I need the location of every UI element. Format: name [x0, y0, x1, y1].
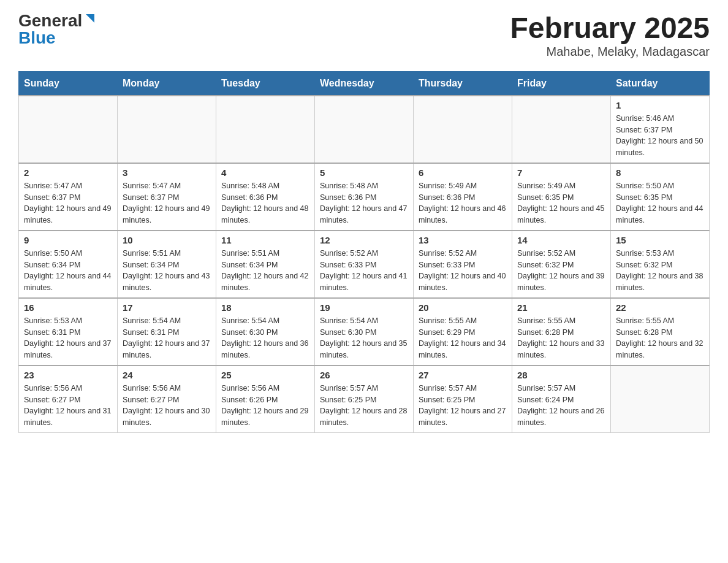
day-info: Sunrise: 5:57 AM Sunset: 6:25 PM Dayligh… [320, 383, 408, 429]
day-number: 19 [320, 302, 408, 313]
day-number: 25 [221, 370, 309, 380]
header-thursday: Thursday [414, 71, 512, 96]
day-number: 22 [616, 302, 704, 313]
calendar-cell [315, 96, 414, 163]
day-number: 7 [517, 167, 605, 178]
calendar-cell [118, 96, 216, 163]
header-sunday: Sunday [19, 71, 118, 96]
header-saturday: Saturday [611, 71, 710, 96]
day-number: 11 [221, 235, 309, 245]
calendar-cell: 13Sunrise: 5:52 AM Sunset: 6:33 PM Dayli… [414, 231, 512, 298]
day-info: Sunrise: 5:49 AM Sunset: 6:36 PM Dayligh… [419, 180, 507, 226]
calendar-cell: 22Sunrise: 5:55 AM Sunset: 6:28 PM Dayli… [611, 298, 710, 366]
page-header: General Blue February 2025 Mahabe, Melak… [18, 12, 710, 59]
logo-arrow-icon [83, 13, 97, 26]
calendar-cell: 8Sunrise: 5:50 AM Sunset: 6:35 PM Daylig… [611, 163, 710, 231]
day-number: 17 [123, 302, 211, 313]
day-info: Sunrise: 5:57 AM Sunset: 6:24 PM Dayligh… [517, 383, 605, 429]
day-number: 15 [616, 235, 704, 245]
day-number: 12 [320, 235, 408, 245]
day-info: Sunrise: 5:50 AM Sunset: 6:34 PM Dayligh… [24, 248, 112, 294]
day-info: Sunrise: 5:47 AM Sunset: 6:37 PM Dayligh… [123, 180, 211, 226]
header-tuesday: Tuesday [216, 71, 315, 96]
calendar-cell: 2Sunrise: 5:47 AM Sunset: 6:37 PM Daylig… [19, 163, 118, 231]
calendar-cell: 4Sunrise: 5:48 AM Sunset: 6:36 PM Daylig… [216, 163, 315, 231]
calendar-cell: 28Sunrise: 5:57 AM Sunset: 6:24 PM Dayli… [512, 366, 611, 433]
calendar-cell [611, 366, 710, 433]
day-info: Sunrise: 5:50 AM Sunset: 6:35 PM Dayligh… [616, 180, 704, 226]
day-info: Sunrise: 5:51 AM Sunset: 6:34 PM Dayligh… [123, 248, 211, 294]
day-info: Sunrise: 5:52 AM Sunset: 6:33 PM Dayligh… [320, 248, 408, 294]
day-info: Sunrise: 5:47 AM Sunset: 6:37 PM Dayligh… [24, 180, 112, 226]
calendar-cell: 21Sunrise: 5:55 AM Sunset: 6:28 PM Dayli… [512, 298, 611, 366]
calendar-cell: 5Sunrise: 5:48 AM Sunset: 6:36 PM Daylig… [315, 163, 414, 231]
day-number: 6 [419, 167, 507, 178]
calendar-header-row: SundayMondayTuesdayWednesdayThursdayFrid… [19, 71, 710, 96]
calendar-cell: 11Sunrise: 5:51 AM Sunset: 6:34 PM Dayli… [216, 231, 315, 298]
day-info: Sunrise: 5:53 AM Sunset: 6:31 PM Dayligh… [24, 315, 112, 361]
calendar-cell: 12Sunrise: 5:52 AM Sunset: 6:33 PM Dayli… [315, 231, 414, 298]
calendar-week-row: 2Sunrise: 5:47 AM Sunset: 6:37 PM Daylig… [19, 163, 710, 231]
day-number: 26 [320, 370, 408, 380]
day-info: Sunrise: 5:55 AM Sunset: 6:28 PM Dayligh… [517, 315, 605, 361]
calendar-cell [512, 96, 611, 163]
day-number: 2 [24, 167, 112, 178]
day-number: 8 [616, 167, 704, 178]
page-title: February 2025 [510, 12, 710, 45]
logo-blue-text: Blue [18, 29, 56, 47]
day-info: Sunrise: 5:54 AM Sunset: 6:30 PM Dayligh… [320, 315, 408, 361]
day-info: Sunrise: 5:51 AM Sunset: 6:34 PM Dayligh… [221, 248, 309, 294]
calendar-cell [216, 96, 315, 163]
day-info: Sunrise: 5:48 AM Sunset: 6:36 PM Dayligh… [221, 180, 309, 226]
calendar-cell: 14Sunrise: 5:52 AM Sunset: 6:32 PM Dayli… [512, 231, 611, 298]
calendar-cell: 26Sunrise: 5:57 AM Sunset: 6:25 PM Dayli… [315, 366, 414, 433]
day-number: 5 [320, 167, 408, 178]
day-info: Sunrise: 5:56 AM Sunset: 6:27 PM Dayligh… [24, 383, 112, 429]
calendar-week-row: 23Sunrise: 5:56 AM Sunset: 6:27 PM Dayli… [19, 366, 710, 433]
logo-general-text: General [18, 12, 82, 29]
svg-marker-0 [86, 14, 94, 23]
day-number: 20 [419, 302, 507, 313]
calendar-cell: 23Sunrise: 5:56 AM Sunset: 6:27 PM Dayli… [19, 366, 118, 433]
day-info: Sunrise: 5:46 AM Sunset: 6:37 PM Dayligh… [616, 113, 704, 159]
day-info: Sunrise: 5:55 AM Sunset: 6:28 PM Dayligh… [616, 315, 704, 361]
calendar-cell: 16Sunrise: 5:53 AM Sunset: 6:31 PM Dayli… [19, 298, 118, 366]
day-number: 21 [517, 302, 605, 313]
calendar-cell: 10Sunrise: 5:51 AM Sunset: 6:34 PM Dayli… [118, 231, 216, 298]
day-info: Sunrise: 5:48 AM Sunset: 6:36 PM Dayligh… [320, 180, 408, 226]
calendar-cell: 9Sunrise: 5:50 AM Sunset: 6:34 PM Daylig… [19, 231, 118, 298]
day-number: 24 [123, 370, 211, 380]
calendar-cell [19, 96, 118, 163]
calendar-table: SundayMondayTuesdayWednesdayThursdayFrid… [18, 71, 710, 433]
day-number: 28 [517, 370, 605, 380]
day-number: 14 [517, 235, 605, 245]
day-number: 27 [419, 370, 507, 380]
calendar-cell: 3Sunrise: 5:47 AM Sunset: 6:37 PM Daylig… [118, 163, 216, 231]
calendar-cell: 18Sunrise: 5:54 AM Sunset: 6:30 PM Dayli… [216, 298, 315, 366]
day-number: 3 [123, 167, 211, 178]
calendar-cell: 1Sunrise: 5:46 AM Sunset: 6:37 PM Daylig… [611, 96, 710, 163]
day-info: Sunrise: 5:56 AM Sunset: 6:26 PM Dayligh… [221, 383, 309, 429]
day-number: 9 [24, 235, 112, 245]
day-info: Sunrise: 5:57 AM Sunset: 6:25 PM Dayligh… [419, 383, 507, 429]
title-block: February 2025 Mahabe, Melaky, Madagascar [510, 12, 710, 59]
calendar-cell: 24Sunrise: 5:56 AM Sunset: 6:27 PM Dayli… [118, 366, 216, 433]
calendar-cell: 17Sunrise: 5:54 AM Sunset: 6:31 PM Dayli… [118, 298, 216, 366]
logo: General Blue [18, 12, 97, 47]
day-info: Sunrise: 5:52 AM Sunset: 6:33 PM Dayligh… [419, 248, 507, 294]
day-number: 4 [221, 167, 309, 178]
day-number: 13 [419, 235, 507, 245]
calendar-cell: 6Sunrise: 5:49 AM Sunset: 6:36 PM Daylig… [414, 163, 512, 231]
day-number: 16 [24, 302, 112, 313]
header-monday: Monday [118, 71, 216, 96]
calendar-cell [414, 96, 512, 163]
calendar-cell: 27Sunrise: 5:57 AM Sunset: 6:25 PM Dayli… [414, 366, 512, 433]
calendar-cell: 20Sunrise: 5:55 AM Sunset: 6:29 PM Dayli… [414, 298, 512, 366]
calendar-cell: 15Sunrise: 5:53 AM Sunset: 6:32 PM Dayli… [611, 231, 710, 298]
calendar-week-row: 16Sunrise: 5:53 AM Sunset: 6:31 PM Dayli… [19, 298, 710, 366]
header-friday: Friday [512, 71, 611, 96]
day-info: Sunrise: 5:53 AM Sunset: 6:32 PM Dayligh… [616, 248, 704, 294]
calendar-cell: 25Sunrise: 5:56 AM Sunset: 6:26 PM Dayli… [216, 366, 315, 433]
day-info: Sunrise: 5:52 AM Sunset: 6:32 PM Dayligh… [517, 248, 605, 294]
header-wednesday: Wednesday [315, 71, 414, 96]
